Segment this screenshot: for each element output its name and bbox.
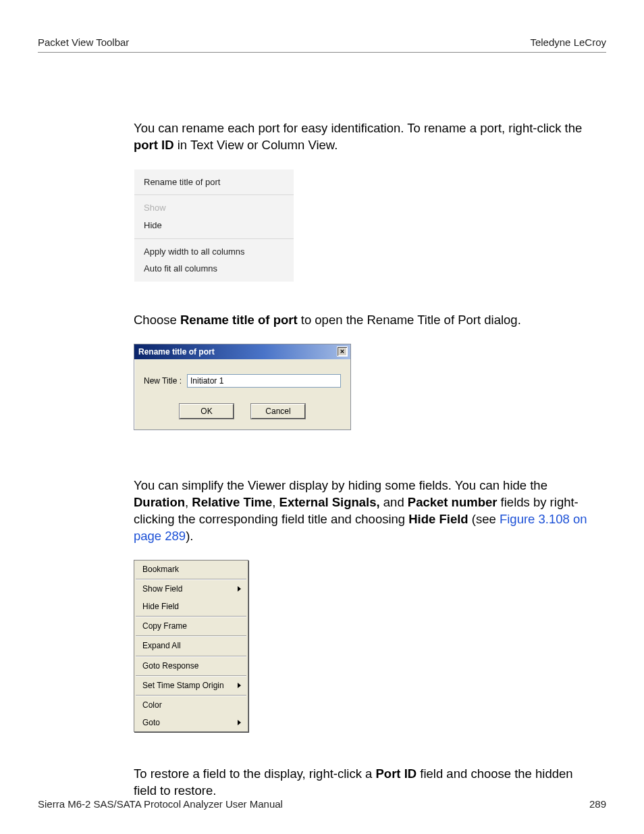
menu-label: Copy Frame — [142, 621, 187, 631]
text: , — [272, 495, 279, 509]
text-bold: Duration — [134, 495, 185, 509]
text: You can simplify the Viewer display by h… — [134, 478, 547, 492]
footer-right: 289 — [589, 798, 606, 810]
paragraph-hide-fields: You can simplify the Viewer display by h… — [134, 477, 593, 545]
menu-item-set-time-stamp-origin[interactable]: Set Time Stamp Origin — [134, 677, 248, 694]
page: Packet View Toolbar Teledyne LeCroy You … — [0, 0, 644, 834]
new-title-input[interactable] — [187, 374, 341, 388]
content: You can rename each port for easy identi… — [134, 120, 593, 800]
header-left: Packet View Toolbar — [38, 36, 129, 48]
close-icon[interactable]: × — [337, 346, 348, 357]
menu-label: Expand All — [142, 640, 181, 651]
text-bold: port ID — [134, 138, 174, 152]
context-menu-port: Rename title of port Show Hide Apply wid… — [134, 169, 294, 282]
paragraph-rename-choose: Choose Rename title of port to open the … — [134, 312, 593, 329]
menu-separator — [136, 616, 246, 617]
context-menu-field: Bookmark Show Field Hide Field Copy Fram… — [134, 560, 248, 733]
page-header: Packet View Toolbar Teledyne LeCroy — [38, 36, 606, 53]
menu-item-rename-title[interactable]: Rename title of port — [134, 174, 294, 191]
menu-label: Goto — [142, 717, 160, 728]
text-bold: Rename title of port — [180, 313, 298, 327]
page-footer: Sierra M6-2 SAS/SATA Protocol Analyzer U… — [38, 798, 606, 810]
text-bold: Relative Time — [192, 495, 272, 509]
menu-label: Bookmark — [142, 564, 179, 575]
menu-separator — [136, 675, 246, 676]
menu-item-show: Show — [134, 199, 294, 217]
menu-label: Set Time Stamp Origin — [142, 680, 224, 691]
text: Choose — [134, 313, 180, 327]
rename-dialog: Rename title of port × New Title : OK Ca… — [134, 344, 351, 430]
menu-item-show-field[interactable]: Show Field — [134, 580, 248, 598]
text: You can rename each port for easy identi… — [134, 121, 582, 135]
menu-item-copy-frame[interactable]: Copy Frame — [134, 617, 248, 635]
text: To restore a field to the display, right… — [134, 766, 376, 781]
menu-item-auto-fit[interactable]: Auto fit all columns — [134, 260, 294, 278]
dialog-title-text: Rename title of port — [138, 346, 215, 357]
menu-item-hide-field[interactable]: Hide Field — [134, 598, 248, 615]
chevron-right-icon — [238, 683, 241, 688]
menu-separator — [136, 695, 246, 696]
text: ). — [186, 529, 193, 543]
text: in Text View or Column View. — [174, 138, 338, 152]
menu-item-goto[interactable]: Goto — [134, 714, 248, 731]
new-title-label: New Title : — [144, 375, 182, 386]
paragraph-rename-intro: You can rename each port for easy identi… — [134, 120, 593, 154]
text-bold: Port ID — [376, 766, 417, 781]
text: , — [185, 495, 192, 509]
menu-label: Color — [142, 700, 162, 710]
menu-label: Hide Field — [142, 601, 179, 612]
chevron-right-icon — [238, 720, 241, 725]
text-bold: Hide Field — [408, 512, 468, 526]
chevron-right-icon — [238, 586, 241, 592]
menu-item-bookmark[interactable]: Bookmark — [134, 561, 248, 578]
text: (see — [468, 512, 500, 526]
menu-item-color[interactable]: Color — [134, 696, 248, 714]
menu-item-apply-width[interactable]: Apply width to all columns — [134, 243, 294, 261]
menu-label: Show Field — [142, 583, 182, 594]
text: to open the Rename Title of Port dialog. — [298, 313, 521, 327]
ok-button[interactable]: OK — [180, 404, 234, 419]
header-right: Teledyne LeCroy — [530, 36, 606, 48]
text: and — [380, 495, 408, 509]
menu-label: Goto Response — [142, 660, 198, 671]
menu-item-expand-all[interactable]: Expand All — [134, 637, 248, 654]
text-bold: Packet number — [408, 495, 498, 509]
dialog-body: New Title : OK Cancel — [134, 359, 350, 429]
menu-separator — [136, 579, 246, 579]
paragraph-restore-field: To restore a field to the display, right… — [134, 766, 593, 800]
menu-item-goto-response[interactable]: Goto Response — [134, 657, 248, 675]
cancel-button[interactable]: Cancel — [251, 404, 305, 419]
menu-item-hide[interactable]: Hide — [134, 217, 294, 234]
footer-left: Sierra M6-2 SAS/SATA Protocol Analyzer U… — [38, 798, 283, 810]
menu-separator — [136, 656, 246, 656]
text-bold: External Signals, — [279, 495, 380, 509]
dialog-titlebar: Rename title of port × — [134, 344, 350, 359]
menu-separator — [136, 635, 246, 636]
